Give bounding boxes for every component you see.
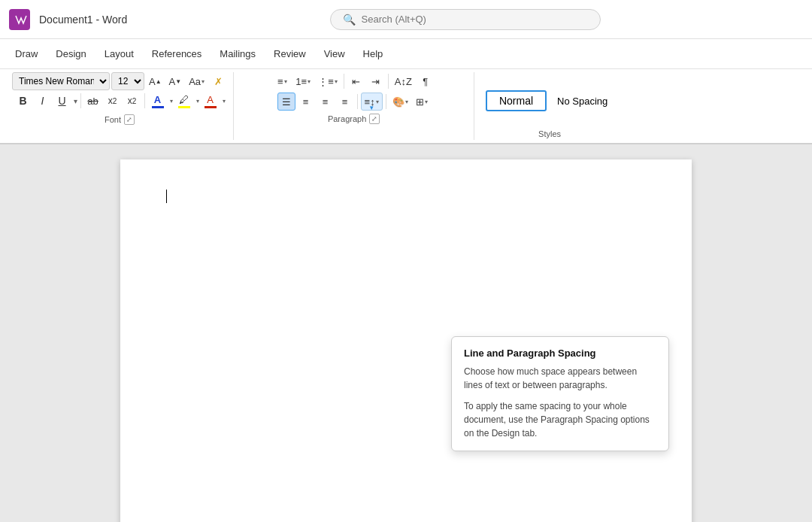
bold-button[interactable]: B xyxy=(14,92,32,110)
menu-view[interactable]: View xyxy=(315,42,354,65)
paragraph-expand-button[interactable]: ⤢ xyxy=(369,114,380,124)
decrease-font-button[interactable]: A▼ xyxy=(166,72,185,90)
align-right-button[interactable]: ≡ xyxy=(317,93,335,111)
underline-button[interactable]: U xyxy=(53,92,71,110)
line-spacing-button[interactable]: ≡↕▾ ▼ xyxy=(361,93,383,111)
menu-references[interactable]: References xyxy=(143,42,211,65)
paragraph-group-label: Paragraph ⤢ xyxy=(328,111,380,126)
style-normal-button[interactable]: Normal xyxy=(486,90,547,111)
document-area: Line and Paragraph Spacing Choose how mu… xyxy=(0,144,812,522)
styles-group: Normal No Spacing Styles xyxy=(474,72,625,140)
tooltip-line1: Choose how much space appears between li… xyxy=(464,365,656,392)
menu-design[interactable]: Design xyxy=(47,42,95,65)
font-group: Times New Roman 12 A▲ A▼ Aa▾ ✗ B I U ▾ a… xyxy=(6,72,234,140)
font-size-select[interactable]: 12 xyxy=(111,72,144,90)
clear-format-button[interactable]: ✗ xyxy=(209,72,227,90)
styles-group-label: Styles xyxy=(538,126,561,140)
tooltip-line2: To apply the same spacing to your whole … xyxy=(464,399,656,440)
font-expand-button[interactable]: ⤢ xyxy=(124,114,135,125)
paragraph-group: ≡▾ 1≡▾ ⋮≡▾ ⇤ ⇥ A↕Z ¶ ☰ ≡ ≡ ≡ ≡↕▾ ▼ 🎨▾ ⊞▾ xyxy=(234,72,474,140)
menu-layout[interactable]: Layout xyxy=(95,42,143,65)
font-name-select[interactable]: Times New Roman xyxy=(12,72,110,90)
text-cursor xyxy=(166,190,167,203)
strikethrough-button[interactable]: ab xyxy=(84,92,102,110)
shading-button[interactable]: 🎨▾ xyxy=(389,93,411,111)
menu-mailings[interactable]: Mailings xyxy=(211,42,265,65)
menu-review[interactable]: Review xyxy=(265,42,315,65)
decrease-indent-button[interactable]: ⇤ xyxy=(347,72,365,90)
app-icon xyxy=(9,9,30,30)
style-nospacing-button[interactable]: No Spacing xyxy=(551,93,614,110)
menu-draw[interactable]: Draw xyxy=(6,42,47,65)
tooltip-body: Choose how much space appears between li… xyxy=(464,365,656,440)
multilevel-list-button[interactable]: ⋮≡▾ xyxy=(315,72,341,90)
italic-button[interactable]: I xyxy=(34,92,52,110)
search-input[interactable] xyxy=(362,14,550,25)
superscript-button[interactable]: x2 xyxy=(123,92,141,110)
numbering-button[interactable]: 1≡▾ xyxy=(292,72,314,90)
show-hide-button[interactable]: ¶ xyxy=(417,72,435,90)
search-bar[interactable]: 🔍 xyxy=(330,9,601,30)
justify-button[interactable]: ≡ xyxy=(336,93,354,111)
tooltip-line-spacing: Line and Paragraph Spacing Choose how mu… xyxy=(451,336,669,451)
borders-button[interactable]: ⊞▾ xyxy=(413,93,431,111)
ribbon: Times New Roman 12 A▲ A▼ Aa▾ ✗ B I U ▾ a… xyxy=(0,69,812,144)
change-case-button[interactable]: Aa▾ xyxy=(186,72,208,90)
increase-indent-button[interactable]: ⇥ xyxy=(367,72,385,90)
font-group-label: Font ⤢ xyxy=(105,111,135,126)
window-title: Document1 - Word xyxy=(39,14,127,26)
increase-font-button[interactable]: A▲ xyxy=(146,72,165,90)
subscript-button[interactable]: x2 xyxy=(104,92,122,110)
highlight-color-button[interactable]: 🖊 xyxy=(174,92,194,110)
title-bar: Document1 - Word 🔍 xyxy=(0,0,812,39)
font-color-button[interactable]: A xyxy=(148,92,168,110)
shading-color-button[interactable]: A xyxy=(201,92,220,110)
align-left-button[interactable]: ☰ xyxy=(277,93,295,111)
bullets-button[interactable]: ≡▾ xyxy=(273,72,291,90)
menu-help[interactable]: Help xyxy=(354,42,392,65)
align-center-button[interactable]: ≡ xyxy=(297,93,315,111)
search-icon: 🔍 xyxy=(343,14,356,26)
sort-button[interactable]: A↕Z xyxy=(392,72,415,90)
menu-bar: Draw Design Layout References Mailings R… xyxy=(0,39,812,69)
tooltip-title: Line and Paragraph Spacing xyxy=(464,347,656,359)
